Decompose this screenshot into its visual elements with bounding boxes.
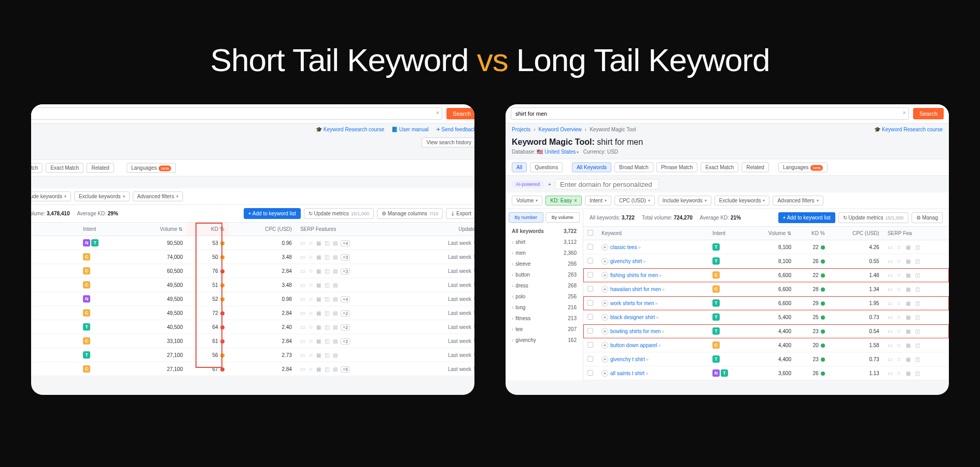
filter-advanced[interactable]: Advanced filters (133, 191, 183, 201)
row-action-icons[interactable]: ▭ ☆ ▦ ◫ (888, 314, 921, 320)
row-action-icons[interactable]: ▭ ☆ ▦ ◫ (888, 272, 921, 278)
crumb-overview[interactable]: Keyword Overview (538, 127, 581, 132)
tab-broad[interactable]: Broad Match (614, 162, 653, 172)
sidebar-item[interactable]: ›button283 (510, 269, 579, 280)
search-input[interactable] (511, 107, 909, 120)
keyword-link[interactable]: button down apparel» (610, 342, 661, 348)
sidebar-item[interactable]: ›men2,360 (510, 248, 579, 258)
th-cpc[interactable]: CPC (USD) (229, 223, 296, 236)
keyword-link[interactable]: fishing shirts for men» (610, 272, 662, 278)
tab-exact[interactable]: Exact Match (46, 163, 83, 173)
sidebar-item[interactable]: ›dress268 (510, 280, 579, 291)
row-action-icons[interactable]: ▭ ☆ ▦ ◫ (888, 342, 921, 348)
tab-related[interactable]: Related (87, 163, 114, 173)
filter-cpc[interactable]: CPC (USD) (614, 196, 655, 205)
row-action-icons[interactable]: ▭ ☆ ▦ ◫ (888, 258, 921, 264)
row-action-icons[interactable]: ▭ ☆ ▦ ◫ (888, 244, 921, 250)
plus-icon[interactable]: + (548, 182, 551, 187)
refresh-icon[interactable]: ↻ (473, 310, 474, 316)
expand-icon[interactable]: + (601, 272, 608, 279)
th-updated[interactable]: Updated (408, 223, 474, 236)
update-metrics-button[interactable]: ↻ Update metrics15/1,000 (304, 208, 374, 219)
refresh-icon[interactable]: ↻ (473, 268, 474, 274)
serp-more[interactable]: +5 (341, 366, 350, 373)
personalize-input[interactable] (555, 179, 659, 189)
clear-icon[interactable]: × (436, 109, 439, 116)
add-keyword-button[interactable]: + Add to keyword list (778, 212, 835, 223)
tab-exact[interactable]: Exact Match (701, 162, 738, 172)
refresh-icon[interactable]: ↻ (473, 282, 474, 288)
th-kd[interactable]: KD % (187, 223, 228, 236)
row-checkbox[interactable] (587, 356, 593, 362)
crumb-projects[interactable]: Projects (512, 127, 530, 132)
tab-phrase[interactable]: Phrase Match (31, 163, 43, 173)
row-checkbox[interactable] (587, 258, 593, 264)
th-kd[interactable]: KD % (795, 227, 829, 240)
keyword-link[interactable]: all saints t shirt» (610, 370, 648, 376)
filter-intent[interactable]: Intent (585, 196, 611, 205)
serp-more[interactable]: +4 (341, 240, 350, 246)
th-keyword[interactable]: Keyword (31, 223, 79, 236)
keyword-link[interactable]: hawaiian shirt for men» (610, 286, 665, 292)
manage-columns-button[interactable]: ⚙ Manag (912, 212, 943, 223)
th-cpc[interactable]: CPC (USD) (829, 227, 884, 240)
expand-icon[interactable]: + (601, 244, 608, 251)
sidebar-item[interactable]: ›fitness213 (510, 313, 579, 324)
tab-all[interactable]: All (512, 162, 527, 172)
sidebar-item[interactable]: ›shirt3,112 (510, 237, 579, 248)
row-action-icons[interactable]: ▭ ☆ ▦ ◫ (888, 370, 921, 376)
manage-columns-button[interactable]: ⚙ Manage columns7/10 (377, 208, 443, 219)
filter-exclude[interactable]: Exclude keywords (715, 196, 770, 205)
tab-phrase[interactable]: Phrase Match (656, 162, 698, 172)
refresh-icon[interactable]: ↻ (473, 254, 474, 260)
link-course[interactable]: 🎓 Keyword Research course (316, 127, 384, 132)
sidebar-item[interactable]: ›sleeve286 (510, 258, 579, 269)
filter-exclude[interactable]: Exclude keywords (74, 191, 130, 201)
refresh-icon[interactable]: ↻ (473, 240, 474, 246)
expand-icon[interactable]: + (601, 328, 608, 335)
side-all[interactable]: All keywords3,722 (510, 226, 579, 237)
tab-languages[interactable]: Languages (778, 162, 828, 172)
db-select[interactable]: United States (544, 149, 579, 155)
update-metrics-button[interactable]: ↻ Update metrics15/1,000 (838, 212, 908, 223)
serp-more[interactable]: +2 (341, 310, 350, 317)
expand-icon[interactable]: + (601, 356, 608, 363)
row-checkbox[interactable] (587, 272, 593, 278)
keyword-link[interactable]: black designer shirt» (610, 314, 659, 320)
expand-icon[interactable]: + (601, 258, 608, 265)
search-input[interactable] (31, 107, 442, 120)
refresh-icon[interactable]: ↻ (473, 324, 474, 330)
keyword-link[interactable]: bowling shirts for men» (610, 328, 664, 334)
refresh-icon[interactable]: ↻ (473, 366, 474, 372)
keyword-link[interactable]: classic tees» (610, 244, 641, 250)
th-intent[interactable]: Intent (708, 227, 747, 240)
th-serp[interactable]: SERP Features (296, 223, 408, 236)
refresh-icon[interactable]: ↻ (473, 338, 474, 344)
sidebar-item[interactable]: ›tee207 (510, 324, 579, 335)
sidebar-item[interactable]: ›long216 (510, 302, 579, 313)
filter-include[interactable]: Include keywords (658, 196, 711, 205)
checkbox-all[interactable] (587, 230, 593, 236)
serp-more[interactable]: +2 (341, 324, 350, 331)
row-checkbox[interactable] (587, 300, 593, 306)
mode-by-number[interactable]: By number (509, 212, 543, 223)
serp-more[interactable]: +2 (341, 338, 350, 345)
th-intent[interactable]: Intent (79, 223, 127, 236)
sidebar-item[interactable]: ›polo256 (510, 291, 579, 302)
export-button[interactable]: ⤓ Export (446, 208, 474, 219)
link-feedback[interactable]: ✈ Send feedback (436, 127, 475, 132)
add-keyword-button[interactable]: + Add to keyword list (244, 208, 301, 219)
row-action-icons[interactable]: ▭ ☆ ▦ ◫ (888, 328, 921, 334)
keyword-link[interactable]: givenchy t shirt» (610, 356, 649, 362)
tab-questions[interactable]: Questions (530, 162, 563, 172)
filter-advanced[interactable]: Advanced filters (773, 196, 823, 205)
th-volume[interactable]: Volume ⇅ (747, 227, 795, 240)
expand-icon[interactable]: + (601, 342, 608, 349)
mode-by-volume[interactable]: By volume (545, 212, 580, 223)
row-action-icons[interactable]: ▭ ☆ ▦ ◫ (888, 286, 921, 292)
row-checkbox[interactable] (587, 314, 593, 320)
serp-more[interactable]: +4 (341, 296, 350, 303)
clear-icon[interactable]: × (903, 109, 906, 116)
refresh-icon[interactable]: ↻ (473, 352, 474, 358)
row-checkbox[interactable] (587, 328, 593, 334)
